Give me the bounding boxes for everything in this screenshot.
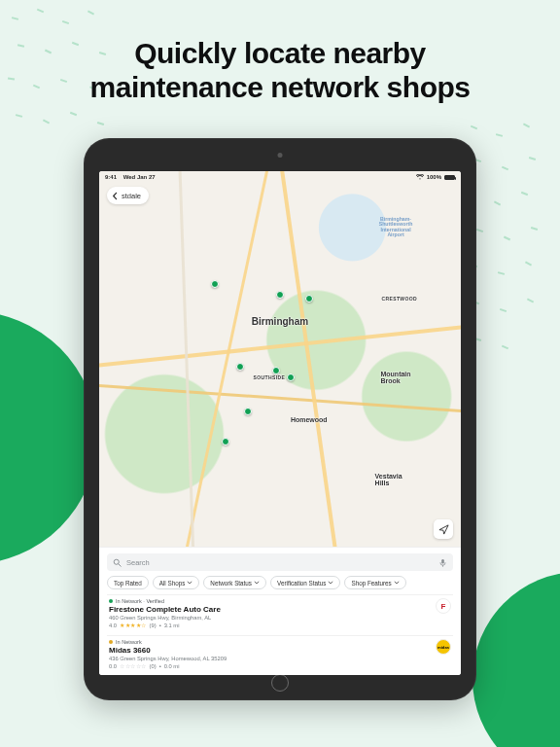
rating-stars: ★★★★☆ xyxy=(120,622,147,628)
filter-chip-top-rated[interactable]: Top Rated xyxy=(107,576,149,589)
map-area-label: SOUTHSIDE xyxy=(253,374,285,380)
filter-chip-all-shops[interactable]: All Shops xyxy=(153,576,200,589)
shop-marker[interactable] xyxy=(222,438,229,445)
map-area-label: Mountain Brook xyxy=(380,371,410,384)
results-panel: Top Rated All Shops Network Status Verif… xyxy=(99,547,461,675)
shop-distance: 0.0 mi xyxy=(164,663,180,669)
chip-label: Network Status xyxy=(210,580,252,587)
headline-line: Quickly locate nearby xyxy=(134,37,426,69)
shop-marker[interactable] xyxy=(211,280,219,288)
map-area-label: CRESTWOOD xyxy=(381,296,417,302)
rating-count: (0) xyxy=(150,663,157,669)
search-bar[interactable] xyxy=(107,553,453,571)
shop-address: 436 Green Springs Hwy, Homewood, AL 3520… xyxy=(109,656,227,661)
shop-marker[interactable] xyxy=(236,363,244,371)
brand-logo-midas: midas xyxy=(436,639,451,655)
locate-me-button[interactable] xyxy=(434,519,453,539)
decorative-blob xyxy=(0,311,97,564)
map-airport-label: Birmingham- Shuttlesworth International … xyxy=(379,217,413,238)
mic-icon[interactable] xyxy=(438,558,447,567)
back-label: stdale xyxy=(122,192,141,200)
network-status-dot xyxy=(109,640,113,644)
filter-chips: Top Rated All Shops Network Status Verif… xyxy=(107,576,453,589)
search-input[interactable] xyxy=(126,558,434,567)
map-city-label: Birmingham xyxy=(252,316,308,327)
front-camera xyxy=(278,153,283,158)
map-area[interactable]: Birmingham Homewood Mountain Brook Vesta… xyxy=(99,171,461,547)
shop-address: 460 Green Springs Hwy, Birmingham, AL xyxy=(109,615,221,621)
battery-icon xyxy=(444,175,455,180)
brand-logo-firestone: F xyxy=(436,598,451,614)
shop-result[interactable]: In Network · Verified Firestone Complete… xyxy=(107,594,453,630)
status-bar: 9:41 Wed Jan 27 100% xyxy=(99,171,461,183)
filter-chip-network-status[interactable]: Network Status xyxy=(203,576,266,589)
chevron-down-icon xyxy=(187,580,192,586)
svg-line-1 xyxy=(119,563,122,566)
shop-marker[interactable] xyxy=(244,408,252,415)
map-area-label: Homewood xyxy=(291,415,328,422)
shop-status-badge: In Network xyxy=(116,639,142,645)
chip-label: All Shops xyxy=(159,580,186,587)
promo-stage: Quickly locate nearby maintenance networ… xyxy=(0,0,560,747)
shop-name: Firestone Complete Auto Care xyxy=(109,605,221,614)
status-date: Wed Jan 27 xyxy=(123,174,156,180)
shop-name: Midas 3660 xyxy=(109,646,227,655)
chevron-left-icon xyxy=(111,192,120,200)
shop-marker[interactable] xyxy=(276,291,284,299)
location-arrow-icon xyxy=(438,524,449,535)
shop-result[interactable]: In Network Midas 3660 436 Green Springs … xyxy=(107,635,453,671)
rating-value: 0.0 xyxy=(109,663,117,669)
filter-chip-verification-status[interactable]: Verification Status xyxy=(270,576,340,589)
chip-label: Shop Features xyxy=(351,580,391,587)
battery-pct: 100% xyxy=(427,174,441,180)
status-time: 9:41 xyxy=(105,174,117,180)
shop-distance: 3.1 mi xyxy=(164,622,180,628)
shop-marker[interactable] xyxy=(272,367,280,374)
headline: Quickly locate nearby maintenance networ… xyxy=(0,37,560,104)
chip-label: Verification Status xyxy=(277,580,326,587)
search-icon xyxy=(113,558,122,567)
home-button[interactable] xyxy=(271,674,289,692)
shop-marker[interactable] xyxy=(287,374,295,381)
decorative-blob xyxy=(472,572,560,747)
headline-line: maintenance network shops xyxy=(90,71,471,103)
wifi-icon xyxy=(416,174,424,180)
chevron-down-icon xyxy=(254,580,260,586)
chip-label: Top Rated xyxy=(114,580,142,587)
chevron-down-icon xyxy=(328,580,333,586)
tablet-frame: 9:41 Wed Jan 27 100% Birmingham Homewood… xyxy=(84,138,476,700)
status-time-date: 9:41 Wed Jan 27 xyxy=(105,174,156,180)
network-status-dot xyxy=(109,599,113,603)
rating-count: (9) xyxy=(150,622,157,628)
decorative-dashes xyxy=(463,117,560,389)
shop-status-badge: In Network · Verified xyxy=(116,598,164,604)
chevron-down-icon xyxy=(394,580,400,586)
rating-stars: ☆☆☆☆☆ xyxy=(120,662,147,669)
map-area-label: Vestavia Hills xyxy=(375,473,402,486)
shop-marker[interactable] xyxy=(305,295,313,302)
filter-chip-shop-features[interactable]: Shop Features xyxy=(344,576,405,589)
rating-value: 4.0 xyxy=(109,622,117,628)
back-button[interactable]: stdale xyxy=(107,187,149,204)
app-screen: 9:41 Wed Jan 27 100% Birmingham Homewood… xyxy=(99,171,461,675)
svg-rect-2 xyxy=(441,558,444,563)
